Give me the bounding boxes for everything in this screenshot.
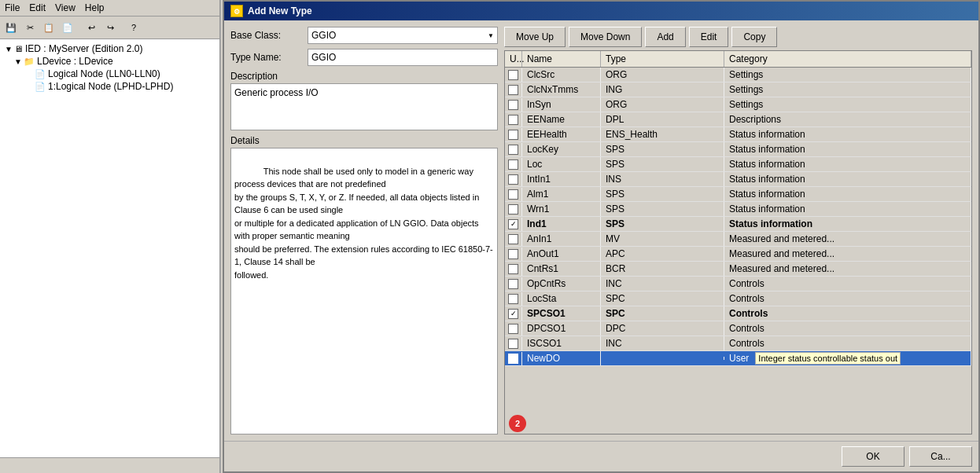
- row-checkbox[interactable]: [505, 173, 522, 186]
- table-row[interactable]: AnOut1APCMeasured and metered...: [505, 247, 971, 262]
- row-checkbox[interactable]: ✓: [505, 307, 522, 321]
- table-row[interactable]: InSynORGSettings: [505, 97, 971, 112]
- checkbox-icon[interactable]: [508, 70, 518, 80]
- table-row[interactable]: DPCSO1DPCControls: [505, 321, 971, 336]
- checkbox-icon[interactable]: [508, 234, 518, 244]
- move-down-button[interactable]: Move Down: [569, 27, 642, 47]
- table-row[interactable]: EEHealthENS_HealthStatus information: [505, 127, 971, 142]
- row-checkbox[interactable]: [505, 277, 522, 291]
- tree-item-ldevice[interactable]: ▼ 📁 LDevice : LDevice: [3, 55, 216, 68]
- dialog-content: Base Class: GGIO ▼ Type Name: Descriptio…: [224, 20, 978, 441]
- new-button[interactable]: 📄: [59, 19, 76, 36]
- row-name: Loc: [522, 157, 601, 171]
- row-checkbox[interactable]: [505, 68, 522, 82]
- copy-button[interactable]: Copy: [731, 27, 777, 47]
- row-type: SPC: [601, 292, 724, 306]
- checkbox-icon[interactable]: [508, 279, 518, 289]
- checkbox-icon[interactable]: ✓: [508, 309, 518, 319]
- row-type: APC: [601, 247, 724, 261]
- add-button[interactable]: Add: [645, 27, 685, 47]
- checkbox-icon[interactable]: [508, 145, 518, 155]
- checkbox-icon[interactable]: [508, 189, 518, 200]
- checkbox-icon[interactable]: ✓: [508, 354, 518, 364]
- table-row[interactable]: IntIn1INSStatus information: [505, 172, 971, 187]
- row-name: Alm1: [522, 187, 601, 201]
- ied-icon: 🖥: [14, 44, 23, 53]
- menu-view[interactable]: View: [55, 2, 76, 13]
- table-row[interactable]: ✓SPCSO1SPCControls: [505, 306, 971, 321]
- row-checkbox[interactable]: [505, 143, 522, 156]
- tree-item-ln2[interactable]: ▶ 📄 1:Logical Node (LPHD-LPHD): [3, 80, 216, 93]
- checkbox-icon[interactable]: [508, 85, 518, 95]
- undo-button[interactable]: ↩: [83, 19, 100, 36]
- tree-item-ln1[interactable]: ▶ 📄 Logical Node (LLN0-LLN0): [3, 68, 216, 80]
- save-button[interactable]: 💾: [2, 19, 20, 36]
- table-row[interactable]: Alm1SPSStatus information: [505, 187, 971, 202]
- copy-button[interactable]: 📋: [40, 19, 57, 36]
- row-checkbox[interactable]: [505, 113, 522, 126]
- row-checkbox[interactable]: [505, 322, 522, 336]
- row-checkbox[interactable]: [505, 203, 522, 216]
- checkbox-icon[interactable]: [508, 324, 518, 334]
- edit-button[interactable]: Edit: [689, 27, 729, 47]
- table-row[interactable]: OpCntRsINCControls: [505, 277, 971, 292]
- checkbox-icon[interactable]: [508, 339, 518, 349]
- checkbox-icon[interactable]: [508, 294, 518, 304]
- row-checkbox[interactable]: [505, 262, 522, 276]
- row-checkbox[interactable]: [505, 158, 522, 171]
- cut-button[interactable]: ✂: [21, 19, 39, 36]
- checkbox-icon[interactable]: [508, 249, 518, 259]
- row-type: [601, 357, 724, 360]
- details-box[interactable]: This node shall be used only to model in…: [230, 148, 498, 434]
- table-row[interactable]: ✓Ind1SPSStatus information: [505, 217, 971, 232]
- type-name-input[interactable]: [308, 49, 498, 66]
- checkbox-icon[interactable]: ✓: [508, 219, 518, 229]
- row-checkbox[interactable]: [505, 98, 522, 112]
- table-row[interactable]: LocSPSStatus information: [505, 157, 971, 172]
- row-checkbox[interactable]: [505, 248, 522, 261]
- description-box[interactable]: Generic process I/O: [230, 83, 498, 130]
- table-row[interactable]: ClcNxTmmsINGSettings: [505, 82, 971, 97]
- move-up-button[interactable]: Move Up: [504, 27, 566, 47]
- table-row[interactable]: LocStaSPCControls: [505, 292, 971, 306]
- menu-help[interactable]: Help: [85, 2, 105, 13]
- table-row[interactable]: ✓NewDOUserInteger status controllable st…: [505, 351, 971, 366]
- dialog-title: Add New Type: [248, 6, 312, 16]
- table-row[interactable]: AnIn1MVMeasured and metered...: [505, 232, 971, 247]
- row-category: Measured and metered...: [724, 262, 971, 276]
- checkbox-icon[interactable]: [508, 100, 518, 110]
- row-checkbox[interactable]: [505, 292, 522, 306]
- details-section: Details This node shall be used only to …: [230, 135, 498, 434]
- table-row[interactable]: CntRs1BCRMeasured and metered...: [505, 262, 971, 277]
- row-checkbox[interactable]: ✓: [505, 352, 522, 365]
- checkbox-icon[interactable]: [508, 160, 518, 170]
- checkbox-icon[interactable]: [508, 204, 518, 214]
- table-row[interactable]: LocKeySPSStatus information: [505, 142, 971, 157]
- base-class-combo[interactable]: GGIO ▼: [308, 27, 498, 44]
- cancel-button[interactable]: Ca...: [909, 446, 972, 467]
- checkbox-icon[interactable]: [508, 130, 518, 140]
- menu-edit[interactable]: Edit: [29, 2, 46, 13]
- row-checkbox[interactable]: [505, 83, 522, 97]
- redo-button[interactable]: ↪: [101, 19, 119, 36]
- menu-file[interactable]: File: [5, 2, 20, 13]
- col-header-name: Name: [522, 51, 601, 67]
- base-class-value: GGIO: [311, 30, 336, 41]
- table-row[interactable]: ISCSO1INCControls: [505, 336, 971, 351]
- checkbox-icon[interactable]: [508, 115, 518, 125]
- row-checkbox[interactable]: [505, 188, 522, 201]
- table-row[interactable]: ClcSrcORGSettings: [505, 68, 971, 82]
- checkbox-icon[interactable]: [508, 174, 518, 185]
- table-row[interactable]: Wrn1SPSStatus information: [505, 202, 971, 217]
- row-name: IntIn1: [522, 172, 601, 186]
- row-checkbox[interactable]: ✓: [505, 218, 522, 231]
- ok-button[interactable]: OK: [842, 446, 904, 467]
- row-checkbox[interactable]: [505, 233, 522, 246]
- table-row[interactable]: EENameDPLDescriptions: [505, 112, 971, 127]
- row-checkbox[interactable]: [505, 337, 522, 350]
- tree-item-ied[interactable]: ▼ 🖥 IED : MyServer (Edition 2.0): [3, 42, 216, 55]
- details-label: Details: [230, 135, 498, 146]
- row-checkbox[interactable]: [505, 128, 522, 141]
- checkbox-icon[interactable]: [508, 264, 518, 274]
- help-button[interactable]: ?: [125, 19, 142, 36]
